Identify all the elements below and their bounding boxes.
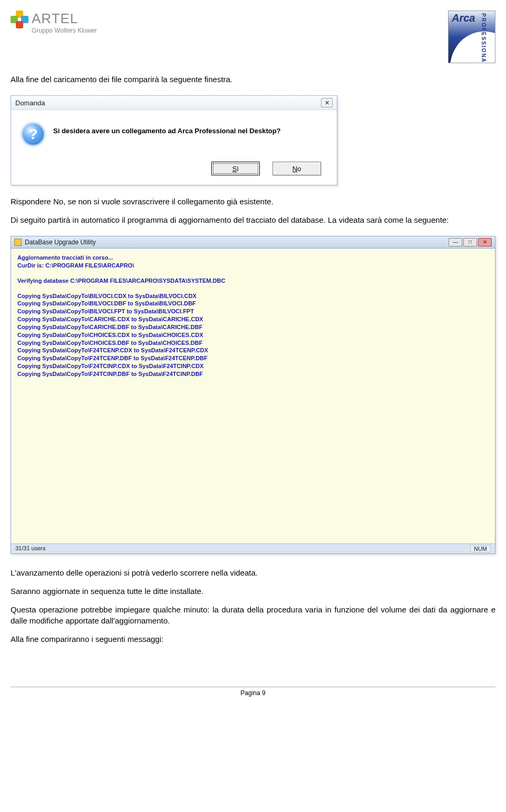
log-line: Copying SysData\CopyTo\BILVOCI.FPT to Sy… — [17, 308, 489, 315]
dialog-title: Domanda — [15, 99, 45, 107]
upgrade-statusbar: 31/31 users NUM — [11, 543, 495, 553]
artel-logo: ARTEL Gruppo Wolters Kluwer — [11, 11, 97, 34]
no-button[interactable]: No — [273, 162, 321, 175]
paragraph-5: Saranno aggiornate in sequenza tutte le … — [11, 586, 495, 597]
dialog-message: Si desidera avere un collegamento ad Arc… — [53, 123, 326, 135]
paragraph-7: Alla fine compariranno i seguenti messag… — [11, 633, 495, 645]
dialog-close-button[interactable]: ✕ — [321, 98, 333, 107]
status-num: NUM — [470, 545, 491, 552]
arca-logo: Arca PROFESSIONAL — [448, 11, 495, 63]
log-line: Copying SysData\CopyTo\CARICHE.DBF to Sy… — [17, 323, 489, 331]
paragraph-6: Questa operazione potrebbe impiegare qua… — [11, 604, 495, 626]
yes-button-ul: S — [232, 165, 237, 173]
log-line: Copying SysData\CopyTo\F24TCINP.CDX to S… — [17, 362, 489, 370]
yes-button-post: ì — [237, 165, 239, 173]
artel-subtext: Gruppo Wolters Kluwer — [32, 27, 97, 34]
log-line: Copying SysData\CopyTo\CHOICES.CDX to Sy… — [17, 331, 489, 339]
page-number: Pagina 9 — [240, 689, 265, 697]
question-icon: ? — [22, 123, 45, 146]
log-line: Copying SysData\CopyTo\BILVOCI.DBF to Sy… — [17, 300, 489, 308]
upgrade-log-block-2: Verifying database C:\PROGRAM FILES\ARCA… — [17, 277, 489, 285]
log-line: Verifying database C:\PROGRAM FILES\ARCA… — [17, 277, 489, 285]
log-line: Copying SysData\CopyTo\CARICHE.CDX to Sy… — [17, 315, 489, 323]
upgrade-close-button[interactable]: ✕ — [478, 238, 492, 246]
upgrade-title-text: DataBase Upgrade Utility — [25, 239, 96, 246]
upgrade-body: Aggiornamento tracciati in corso...CurDi… — [11, 249, 495, 543]
maximize-button[interactable]: □ — [463, 238, 477, 246]
log-line: CurDir is: C:\PROGRAM FILES\ARCAPRO\ — [17, 262, 489, 270]
artel-icon — [11, 11, 28, 28]
header-logos: ARTEL Gruppo Wolters Kluwer Arca PROFESS… — [11, 11, 495, 63]
upgrade-window: DataBase Upgrade Utility — □ ✕ Aggiornam… — [11, 236, 495, 554]
artel-brand-text: ARTEL — [32, 11, 97, 27]
upgrade-log-block-1: Aggiornamento tracciati in corso...CurDi… — [17, 254, 489, 270]
paragraph-3: Di seguito partirà in automatico il prog… — [11, 214, 495, 225]
log-line: Copying SysData\CopyTo\CHOICES.DBF to Sy… — [17, 339, 489, 347]
paragraph-4: L'avanzamento delle operazioni si potrà … — [11, 567, 495, 578]
no-button-post: o — [297, 165, 301, 173]
minimize-button[interactable]: — — [449, 238, 462, 246]
arca-side-text: PROFESSIONAL — [481, 13, 486, 63]
page-footer: Pagina 9 — [11, 687, 495, 697]
paragraph-2: Rispondere No, se non si vuole sovrascri… — [11, 196, 495, 207]
log-line: Copying SysData\CopyTo\F24TCINP.DBF to S… — [17, 370, 489, 378]
log-line: Aggiornamento tracciati in corso... — [17, 254, 489, 262]
log-line: Copying SysData\CopyTo\F24TCENP.DBF to S… — [17, 354, 489, 362]
log-line: Copying SysData\CopyTo\F24TCENP.CDX to S… — [17, 346, 489, 354]
yes-button[interactable]: Sì — [211, 162, 260, 175]
paragraph-1: Alla fine del caricamento dei file compa… — [11, 74, 495, 85]
arca-brand-text: Arca — [452, 12, 475, 24]
dialog-titlebar: Domanda ✕ — [11, 96, 337, 110]
status-left: 31/31 users — [15, 545, 45, 552]
dialog-window: Domanda ✕ ? Si desidera avere un collega… — [11, 95, 337, 185]
upgrade-title-icon — [14, 239, 22, 246]
upgrade-log-block-3: Copying SysData\CopyTo\BILVOCI.CDX to Sy… — [17, 292, 489, 378]
log-line: Copying SysData\CopyTo\BILVOCI.CDX to Sy… — [17, 292, 489, 300]
no-button-ul: N — [293, 165, 297, 173]
upgrade-titlebar: DataBase Upgrade Utility — □ ✕ — [11, 236, 495, 249]
